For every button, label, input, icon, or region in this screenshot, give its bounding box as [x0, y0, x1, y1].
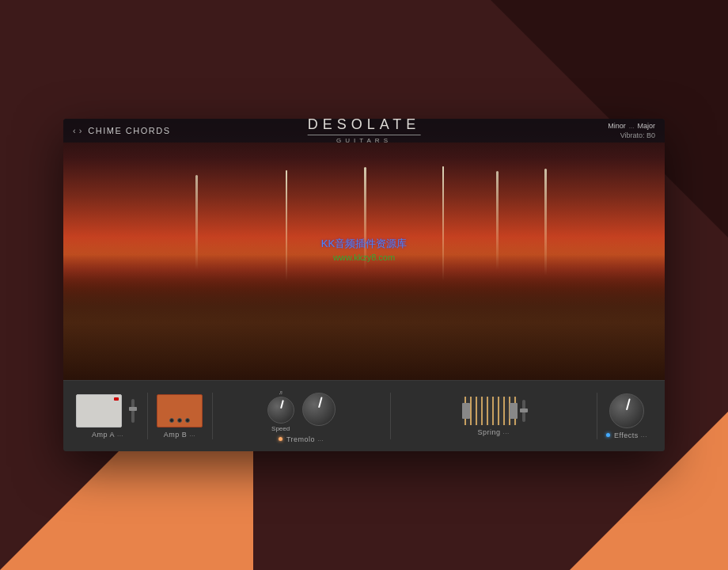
amp-a-label: Amp A ...	[92, 431, 123, 439]
effects-label: Effects ...	[606, 431, 647, 439]
amp-b-label: Amp B ...	[164, 431, 196, 439]
tremolo-speed-knob[interactable]	[267, 397, 294, 424]
light-beam-2	[286, 170, 287, 281]
spring-slider-handle[interactable]	[520, 408, 528, 412]
light-beam-3	[364, 167, 366, 270]
amp-b-display	[157, 394, 203, 428]
tremolo-label: Tremolo ...	[279, 435, 324, 443]
nav-arrows: ‹ ›	[73, 126, 82, 135]
amp-a-section: Amp A ...	[73, 381, 147, 451]
header-bar: ‹ › CHIME CHORDS DESOLATE GUITARS Minor …	[63, 119, 665, 142]
light-beam-5	[496, 171, 499, 270]
spring-end-right	[510, 403, 518, 419]
plugin-window: ‹ › CHIME CHORDS DESOLATE GUITARS Minor …	[63, 119, 665, 451]
spring-section: Spring ...	[390, 381, 597, 451]
tremolo-section: ♬ Speed Tremolo ...	[212, 381, 390, 451]
spring-visual	[462, 397, 518, 425]
amp-b-mini-knob-1[interactable]	[169, 418, 174, 423]
tremolo-depth-knob[interactable]	[302, 393, 336, 426]
effects-section: Effects ...	[597, 381, 655, 451]
spring-end-left	[462, 403, 470, 419]
title-main: DESOLATE	[308, 119, 421, 133]
amp-b-section: Amp B ...	[147, 381, 212, 451]
scale-minor-label[interactable]: Minor	[608, 122, 626, 130]
controls-panel: Amp A ... Amp B ... ♬	[63, 380, 665, 451]
amp-a-slider-handle[interactable]	[129, 407, 137, 411]
amp-a-slider[interactable]	[131, 399, 135, 423]
effects-knob[interactable]	[609, 393, 644, 428]
tremolo-led	[279, 437, 282, 441]
light-beam-1	[195, 175, 198, 270]
spring-label: Spring ...	[478, 428, 510, 436]
amp-a-display	[76, 394, 122, 428]
main-image: KK音频插件资源库 www.kkzy8.com	[63, 119, 665, 380]
scale-control: Minor ... Major Vibrato: B0	[608, 122, 655, 139]
desert-scene: KK音频插件资源库 www.kkzy8.com	[63, 119, 665, 380]
title-sub: GUITARS	[308, 137, 421, 144]
plugin-title: DESOLATE GUITARS	[308, 119, 421, 144]
nav-next-arrow[interactable]: ›	[79, 126, 82, 135]
speed-label: Speed	[271, 425, 290, 432]
tremolo-knobs: ♬ Speed	[267, 390, 336, 432]
amp-b-knob-row	[157, 418, 202, 423]
nav-prev-arrow[interactable]: ‹	[73, 126, 76, 135]
light-beam-4	[442, 166, 444, 281]
light-beam-6	[544, 169, 547, 276]
scale-dots: ...	[629, 123, 635, 130]
scale-major-label[interactable]: Major	[637, 122, 655, 130]
amp-b-mini-knob-2[interactable]	[177, 418, 182, 423]
amp-b-mini-knob-3[interactable]	[185, 418, 190, 423]
preset-name[interactable]: CHIME CHORDS	[88, 126, 170, 135]
amp-a-red-bar	[114, 397, 119, 401]
effects-led	[606, 433, 610, 437]
vibrato-label: Vibrato: B0	[620, 131, 655, 139]
